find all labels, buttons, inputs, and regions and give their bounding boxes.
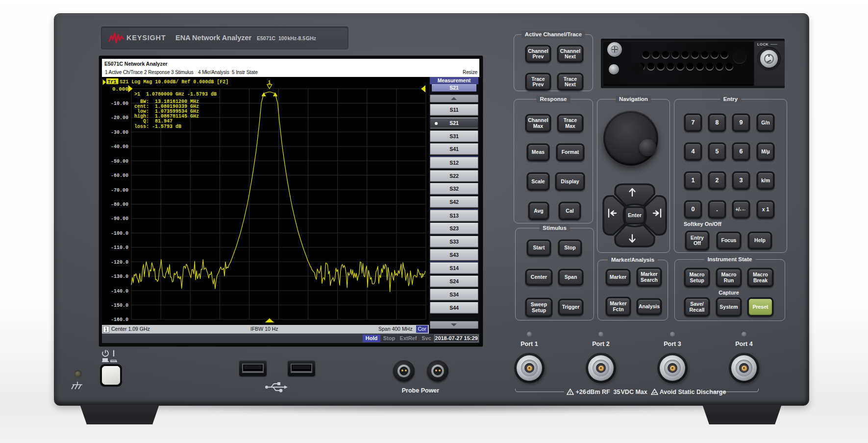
svg-text:-90.00: -90.00 xyxy=(111,216,128,222)
svg-text:>1 1.0780000 GHz -1.5793 dB: >1 1.0780000 GHz -1.5793 dB xyxy=(134,92,217,97)
svg-text:-110.0: -110.0 xyxy=(111,245,128,250)
svg-text:-160.0: -160.0 xyxy=(111,317,128,322)
svg-text:-20.00: -20.00 xyxy=(111,115,128,121)
svg-text:Enter: Enter xyxy=(628,212,642,218)
svg-text:-70.00: -70.00 xyxy=(111,188,128,193)
svg-text:-50.00: -50.00 xyxy=(111,159,128,164)
svg-text:-150.0: -150.0 xyxy=(111,303,128,308)
svg-text:-10.00: -10.00 xyxy=(111,101,128,106)
svg-text:loss: -1.5793 dB: loss: -1.5793 dB xyxy=(134,124,181,129)
svg-text:-40.00: -40.00 xyxy=(111,144,128,149)
svg-text:Tr1: Tr1 xyxy=(108,79,117,85)
svg-text:1: 1 xyxy=(421,272,424,278)
svg-text:-80.00: -80.00 xyxy=(111,202,128,207)
svg-text:0.000: 0.000 xyxy=(112,86,128,92)
svg-text:S21 Log Mag 10.00dB/ Ref 0.000: S21 Log Mag 10.00dB/ Ref 0.000dB [F2] xyxy=(120,79,228,85)
svg-text:-130.0: -130.0 xyxy=(111,274,128,279)
svg-text:-100.0: -100.0 xyxy=(111,231,128,236)
svg-text:-120.0: -120.0 xyxy=(111,260,128,265)
svg-text:-140.0: -140.0 xyxy=(111,289,128,294)
svg-text:-60.00: -60.00 xyxy=(111,173,128,178)
svg-text:-30.00: -30.00 xyxy=(111,130,128,135)
